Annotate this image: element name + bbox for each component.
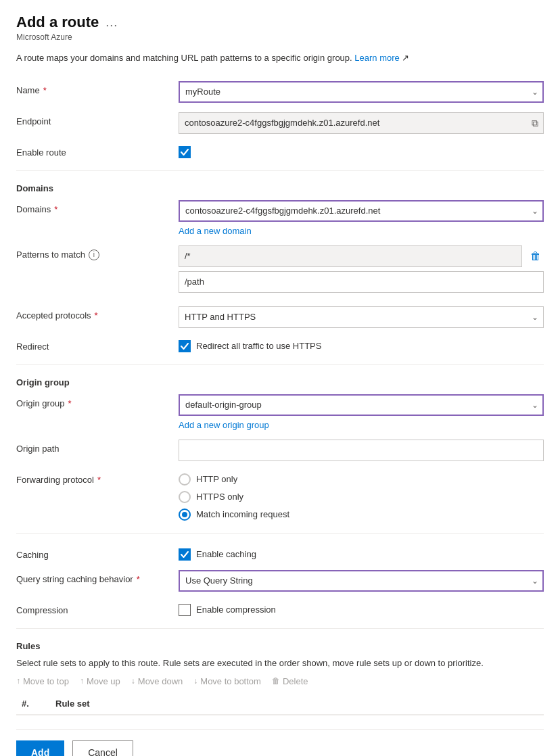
footer-bar: Add Cancel [16, 729, 544, 757]
enable-route-checkbox[interactable] [179, 146, 191, 158]
caching-checkbox-wrapper: Enable caching [179, 546, 544, 561]
compression-checkbox[interactable] [179, 604, 191, 616]
domains-label: Domains * [16, 200, 179, 214]
copy-icon[interactable]: ⧉ [532, 117, 538, 128]
pattern-delete-icon[interactable]: 🗑 [528, 249, 544, 264]
description: A route maps your domains and matching U… [16, 51, 544, 65]
radio-label-http-only: HTTP only [196, 474, 237, 484]
page-title: Add a route [16, 14, 99, 31]
patterns-info-icon[interactable]: i [89, 250, 99, 260]
divider-4 [16, 628, 544, 629]
endpoint-field-area: ⧉ [179, 112, 544, 134]
name-row: Name * ⌄ [16, 81, 544, 103]
move-to-bottom-icon: ↓ [193, 676, 197, 686]
move-down-label: Move down [138, 676, 183, 686]
move-to-top-btn[interactable]: ↑ Move to top [16, 676, 69, 686]
rules-description: Select rule sets to apply to this route.… [16, 658, 544, 668]
query-string-label: Query string caching behavior * [16, 570, 179, 584]
origin-group-select[interactable]: default-origin-group [179, 394, 544, 416]
query-string-select[interactable]: Use Query String [179, 570, 544, 592]
move-up-btn[interactable]: ↑ Move up [80, 676, 120, 686]
origin-group-field-area: default-origin-group ⌄ Add a new origin … [179, 394, 544, 430]
compression-checkbox-wrapper: Enable compression [179, 601, 544, 616]
compression-text: Enable compression [196, 605, 276, 615]
move-to-top-label: Move to top [23, 676, 69, 686]
domains-row: Domains * contosoazure2-c4fggsfbgjgmdehk… [16, 200, 544, 236]
pattern-editable-input[interactable] [179, 271, 544, 293]
name-input[interactable] [179, 81, 544, 103]
redirect-checkbox-wrapper: Redirect all traffic to use HTTPS [179, 337, 544, 352]
ellipsis-button[interactable]: ... [106, 16, 118, 30]
enable-route-label: Enable route [16, 143, 179, 158]
redirect-row: Redirect Redirect all traffic to use HTT… [16, 337, 544, 352]
delete-label: Delete [283, 676, 308, 686]
endpoint-wrapper: ⧉ [179, 112, 544, 134]
name-dropdown-wrapper: ⌄ [179, 81, 544, 103]
radio-label-match-incoming: Match incoming request [196, 509, 289, 519]
caching-text: Enable caching [196, 549, 256, 559]
col-hash: #. [16, 693, 50, 715]
rules-section: Rules Select rule sets to apply to this … [16, 641, 544, 715]
redirect-check-icon [181, 342, 189, 350]
redirect-text: Redirect all traffic to use HTTPS [196, 341, 321, 351]
origin-path-input[interactable] [179, 440, 544, 461]
page-container: Add a route ... Microsoft Azure A route … [0, 0, 560, 756]
caching-check-icon [181, 550, 189, 559]
domains-field-area: contosoazure2-c4fggsfbgjgmdehk.z01.azure… [179, 200, 544, 236]
forwarding-protocol-control: HTTP only HTTPS only Match incoming requ… [179, 471, 544, 521]
endpoint-row: Endpoint ⧉ [16, 112, 544, 134]
pattern-fixed-input [179, 245, 522, 267]
learn-more-link[interactable]: Learn more [354, 53, 399, 63]
query-string-dropdown-wrapper: Use Query String ⌄ [179, 570, 544, 592]
move-down-btn[interactable]: ↓ Move down [131, 676, 183, 686]
patterns-label: Patterns to match i [16, 245, 179, 260]
move-up-icon: ↑ [80, 676, 84, 686]
caching-control: Enable caching [179, 546, 544, 561]
radio-http-only[interactable]: HTTP only [179, 473, 544, 486]
cancel-button[interactable]: Cancel [72, 740, 133, 757]
radio-outer-match-incoming [179, 509, 191, 521]
caching-checkbox[interactable] [179, 548, 191, 561]
subtitle: Microsoft Azure [16, 32, 544, 42]
patterns-field-area: 🗑 [179, 245, 544, 297]
name-label: Name * [16, 81, 179, 95]
add-domain-link[interactable]: Add a new domain [179, 226, 252, 236]
accepted-protocols-select[interactable]: HTTP and HTTPS [179, 306, 544, 328]
delete-btn[interactable]: 🗑 Delete [272, 676, 308, 686]
domains-dropdown-wrapper: contosoazure2-c4fggsfbgjgmdehk.z01.azure… [179, 200, 544, 222]
redirect-label: Redirect [16, 337, 179, 352]
domains-section-header: Domains [16, 183, 544, 193]
origin-group-dropdown-wrapper: default-origin-group ⌄ [179, 394, 544, 416]
radio-label-https-only: HTTPS only [196, 492, 243, 502]
add-button[interactable]: Add [16, 740, 64, 757]
endpoint-input [179, 112, 544, 134]
title-row: Add a route ... [16, 14, 544, 31]
redirect-checkbox[interactable] [179, 340, 191, 352]
compression-label: Compression [16, 601, 179, 615]
compression-control: Enable compression [179, 601, 544, 616]
move-to-bottom-btn[interactable]: ↓ Move to bottom [193, 676, 261, 686]
enable-route-checkbox-wrapper [179, 143, 544, 158]
check-icon [181, 148, 189, 156]
pattern-row-2 [179, 271, 544, 293]
domains-select[interactable]: contosoazure2-c4fggsfbgjgmdehk.z01.azure… [179, 200, 544, 222]
rules-table-header-row: #. Rule set [16, 693, 544, 715]
origin-path-label: Origin path [16, 440, 179, 454]
origin-group-label: Origin group * [16, 394, 179, 408]
pattern-row-1: 🗑 [179, 245, 544, 267]
forwarding-protocol-label: Forwarding protocol * [16, 471, 179, 485]
origin-section-header: Origin group [16, 377, 544, 387]
origin-path-field-area [179, 440, 544, 461]
divider-2 [16, 364, 544, 365]
query-string-field-area: Use Query String ⌄ [179, 570, 544, 592]
move-up-label: Move up [87, 676, 120, 686]
accepted-protocols-dropdown-wrapper: HTTP and HTTPS ⌄ [179, 306, 544, 328]
enable-route-control [179, 143, 544, 158]
add-origin-link[interactable]: Add a new origin group [179, 420, 269, 430]
endpoint-label: Endpoint [16, 112, 179, 126]
radio-https-only[interactable]: HTTPS only [179, 491, 544, 503]
rules-section-header: Rules [16, 641, 544, 651]
radio-outer-http-only [179, 473, 191, 486]
radio-match-incoming[interactable]: Match incoming request [179, 509, 544, 521]
accepted-protocols-label: Accepted protocols * [16, 306, 179, 321]
